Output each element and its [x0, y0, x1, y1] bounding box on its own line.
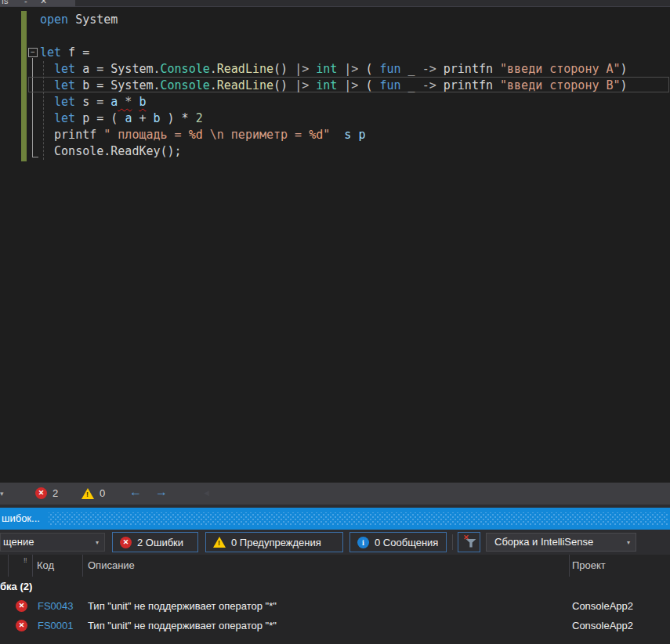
warning-count: 0	[100, 487, 105, 499]
code-token: ->	[422, 78, 436, 92]
build-intellisense-dropdown[interactable]: Сборка и IntelliSense ▾	[486, 533, 636, 552]
code-token: int	[316, 62, 337, 76]
code-line[interactable]: printf " площадь = %d \n периметр = %d" …	[40, 127, 628, 143]
chevron-down-icon[interactable]: ▾	[0, 490, 4, 497]
filter-messages-label: 0 Сообщения	[375, 537, 438, 548]
filter-warnings-label: 0 Предупреждения	[231, 537, 321, 548]
code-token: %d	[309, 128, 323, 142]
code-token: System	[68, 13, 118, 27]
code-line[interactable]: open System	[40, 12, 628, 28]
code-token: периметр =	[231, 128, 309, 142]
code-token: ReadLine	[217, 78, 273, 92]
column-separator	[569, 555, 570, 577]
navigate-back-icon[interactable]: ←	[129, 485, 142, 499]
code-token: |>	[344, 62, 358, 76]
error-count: 2	[53, 487, 58, 499]
code-token: let	[54, 78, 75, 92]
severity-column-icon[interactable]: ‼	[24, 555, 27, 565]
clear-filter-button[interactable]: ✕	[458, 532, 480, 552]
code-token: %d	[189, 128, 203, 142]
code-line[interactable]: let f =	[40, 45, 628, 61]
fold-collapse-icon[interactable]: −	[28, 48, 38, 57]
code-token	[40, 95, 54, 109]
error-list-title-bar[interactable]: шибок...	[0, 508, 670, 530]
scope-dropdown[interactable]: щение ▾	[0, 533, 105, 552]
errors-count-button[interactable]: ✕ 2	[35, 487, 58, 499]
code-line[interactable]: Console.ReadKey();	[40, 143, 628, 160]
error-row[interactable]: ✕FS0043Тип "unit" не поддерживает операт…	[0, 596, 670, 616]
code-token: int	[316, 78, 337, 92]
build-intellisense-value: Сборка и IntelliSense	[494, 534, 593, 551]
code-token: p	[358, 128, 365, 142]
code-token: )	[621, 62, 628, 76]
filter-errors-button[interactable]: ✕ 2 Ошибки	[112, 532, 198, 552]
warnings-count-button[interactable]: ! 0	[81, 487, 105, 499]
tab-filename-label: fs	[2, 0, 9, 7]
fold-guide-foot	[32, 157, 38, 157]
code-editor[interactable]: − open Systemlet f = let a = System.Cons…	[0, 8, 670, 483]
code-token: p = (	[75, 111, 125, 125]
code-token: 2	[196, 111, 203, 125]
code-line[interactable]: let p = ( a + b ) * 2	[40, 110, 628, 127]
code-token: (	[358, 62, 379, 76]
code-line[interactable]: let b = System.Console.ReadLine() |> int…	[40, 78, 628, 94]
code-column-header[interactable]: Код	[37, 555, 54, 577]
error-description: Тип "unit" не поддерживает оператор "*"	[88, 596, 277, 616]
change-tracking-bar	[21, 11, 27, 161]
code-token: s =	[75, 95, 110, 109]
code-token: open	[40, 13, 68, 27]
code-token: "введи сторону B"	[500, 78, 621, 92]
error-row[interactable]: ✕FS0001Тип "unit" не поддерживает операт…	[0, 616, 670, 635]
error-icon: ✕	[16, 620, 27, 631]
close-icon[interactable]: ✕	[40, 0, 47, 7]
vs-ide-window: fs - ✕ − open Systemlet f = let a = Syst…	[0, 0, 670, 644]
filter-errors-label: 2 Ошибки	[137, 537, 183, 548]
error-group-row[interactable]: бка (2)	[0, 577, 670, 596]
code-token: let	[54, 111, 75, 125]
editor-status-toolbar: ▾ ✕ 2 ! 0 ← → ◄	[0, 483, 670, 505]
code-token: " площадь =	[103, 128, 188, 142]
code-token	[40, 62, 54, 76]
filter-messages-button[interactable]: i 0 Сообщения	[349, 532, 447, 552]
project-column-header[interactable]: Проект	[572, 555, 606, 577]
code-token: _	[401, 62, 422, 76]
code-token: printfn	[436, 78, 500, 92]
toolbar-separator	[452, 534, 453, 550]
code-token: let	[40, 45, 61, 60]
warning-icon: !	[81, 488, 94, 499]
filter-warnings-button[interactable]: ! 0 Предупреждения	[205, 532, 343, 552]
code-token: |>	[295, 62, 309, 76]
scope-dropdown-value: щение	[3, 534, 34, 551]
info-icon: i	[357, 537, 369, 548]
filter-clear-x: ✕	[463, 534, 469, 541]
code-token	[330, 128, 344, 142]
document-tab[interactable]: fs - ✕	[0, 0, 75, 7]
code-line[interactable]: let s = a * b	[40, 94, 628, 110]
prev-disabled-icon: ◄	[202, 488, 211, 497]
table-header-row: ‼ Код Описание Проект	[0, 555, 670, 577]
code-token: fun	[380, 62, 401, 76]
code-token: b = System.	[75, 78, 160, 92]
code-line[interactable]	[40, 28, 628, 45]
error-icon: ✕	[35, 487, 47, 499]
code-token: let	[54, 62, 75, 76]
code-token: Console	[161, 62, 210, 76]
code-token: Console.ReadKey();	[54, 144, 182, 158]
error-code-link[interactable]: FS0001	[38, 616, 74, 635]
code-token	[337, 78, 344, 92]
pin-icon[interactable]: -	[24, 0, 27, 7]
error-project: ConsoleApp2	[572, 596, 633, 616]
error-code-link[interactable]: FS0043	[38, 596, 74, 616]
code-token: ()	[273, 62, 295, 76]
navigate-forward-icon[interactable]: →	[155, 485, 168, 499]
code-token: \n	[203, 128, 231, 142]
error-list-table: ‼ Код Описание Проект бка (2) ✕FS0043Тип…	[0, 555, 670, 644]
code-token: (	[358, 78, 379, 92]
code-token: printfn	[436, 62, 500, 76]
code-token: b	[154, 111, 161, 125]
panel-title-text: шибок...	[2, 508, 40, 529]
code-line[interactable]: let a = System.Console.ReadLine() |> int…	[40, 61, 628, 78]
description-column-header[interactable]: Описание	[88, 555, 135, 577]
code-token: fun	[380, 78, 401, 92]
warning-icon: !	[213, 537, 226, 548]
